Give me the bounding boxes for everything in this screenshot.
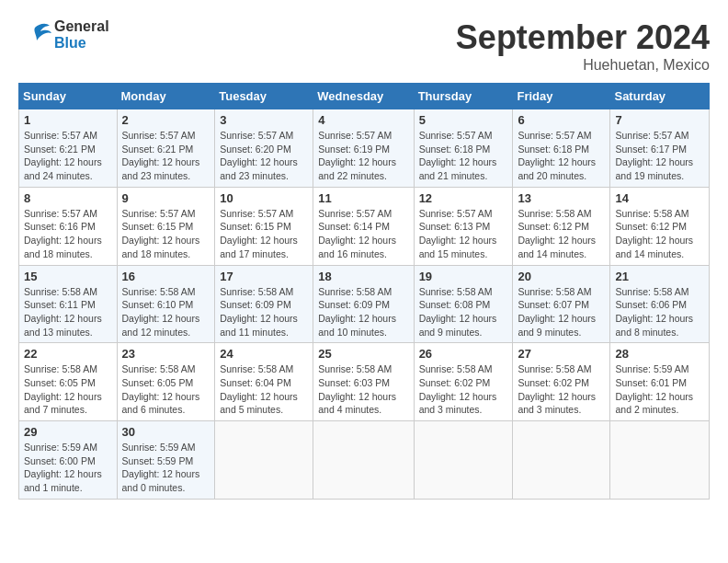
day-cell: 24 Sunrise: 5:58 AM Sunset: 6:04 PM Dayl… <box>215 343 313 421</box>
week-row-3: 15 Sunrise: 5:58 AM Sunset: 6:11 PM Dayl… <box>19 265 710 343</box>
day-number: 23 <box>122 347 210 361</box>
day-info: Sunrise: 5:58 AM Sunset: 6:06 PM Dayligh… <box>615 285 704 339</box>
col-header-friday: Friday <box>513 84 610 109</box>
day-cell: 21 Sunrise: 5:58 AM Sunset: 6:06 PM Dayl… <box>610 265 710 343</box>
day-cell: 20 Sunrise: 5:58 AM Sunset: 6:07 PM Dayl… <box>513 265 610 343</box>
day-number: 22 <box>24 347 112 361</box>
day-cell: 22 Sunrise: 5:58 AM Sunset: 6:05 PM Dayl… <box>19 343 118 421</box>
location-title: Huehuetan, Mexico <box>456 57 710 74</box>
day-cell: 26 Sunrise: 5:58 AM Sunset: 6:02 PM Dayl… <box>414 343 513 421</box>
day-cell: 10 Sunrise: 5:57 AM Sunset: 6:15 PM Dayl… <box>215 187 313 265</box>
day-number: 1 <box>24 113 112 127</box>
day-info: Sunrise: 5:57 AM Sunset: 6:17 PM Dayligh… <box>615 129 704 183</box>
day-info: Sunrise: 5:58 AM Sunset: 6:09 PM Dayligh… <box>220 285 308 339</box>
logo: General Blue <box>18 18 109 52</box>
month-title: September 2024 <box>456 18 710 57</box>
day-cell: 13 Sunrise: 5:58 AM Sunset: 6:12 PM Dayl… <box>513 187 610 265</box>
day-info: Sunrise: 5:58 AM Sunset: 6:02 PM Dayligh… <box>419 362 508 417</box>
day-number: 19 <box>419 270 508 283</box>
day-info: Sunrise: 5:58 AM Sunset: 6:10 PM Dayligh… <box>122 285 210 339</box>
logo-bird-icon <box>18 18 51 52</box>
logo-combined: General Blue <box>18 18 109 52</box>
day-info: Sunrise: 5:57 AM Sunset: 6:18 PM Dayligh… <box>419 129 508 183</box>
day-info: Sunrise: 5:57 AM Sunset: 6:18 PM Dayligh… <box>518 129 605 183</box>
day-info: Sunrise: 5:57 AM Sunset: 6:15 PM Dayligh… <box>220 207 308 261</box>
day-number: 10 <box>220 191 308 205</box>
day-number: 7 <box>615 113 704 127</box>
day-info: Sunrise: 5:57 AM Sunset: 6:14 PM Dayligh… <box>318 207 408 261</box>
day-info: Sunrise: 5:58 AM Sunset: 6:11 PM Dayligh… <box>24 285 112 339</box>
day-info: Sunrise: 5:58 AM Sunset: 6:04 PM Dayligh… <box>220 362 308 417</box>
day-cell: 4 Sunrise: 5:57 AM Sunset: 6:19 PM Dayli… <box>313 109 414 188</box>
day-cell: 27 Sunrise: 5:58 AM Sunset: 6:02 PM Dayl… <box>513 343 610 421</box>
day-cell: 2 Sunrise: 5:57 AM Sunset: 6:21 PM Dayli… <box>117 109 215 188</box>
day-number: 9 <box>122 191 210 205</box>
day-number: 14 <box>615 191 704 205</box>
col-header-sunday: Sunday <box>19 84 118 109</box>
day-number: 8 <box>24 191 112 205</box>
day-cell: 16 Sunrise: 5:58 AM Sunset: 6:10 PM Dayl… <box>117 265 215 343</box>
day-cell: 28 Sunrise: 5:59 AM Sunset: 6:01 PM Dayl… <box>610 343 710 421</box>
day-number: 11 <box>318 191 408 205</box>
day-info: Sunrise: 5:57 AM Sunset: 6:21 PM Dayligh… <box>122 129 210 183</box>
day-info: Sunrise: 5:58 AM Sunset: 6:05 PM Dayligh… <box>24 362 112 417</box>
day-number: 30 <box>122 425 210 439</box>
logo-blue-text: Blue <box>54 35 109 52</box>
day-number: 17 <box>220 270 308 283</box>
day-number: 26 <box>419 347 508 361</box>
day-info: Sunrise: 5:57 AM Sunset: 6:21 PM Dayligh… <box>24 129 112 183</box>
week-row-1: 1 Sunrise: 5:57 AM Sunset: 6:21 PM Dayli… <box>19 109 710 188</box>
day-number: 4 <box>318 113 408 127</box>
day-cell: 18 Sunrise: 5:58 AM Sunset: 6:09 PM Dayl… <box>313 265 414 343</box>
day-cell: 5 Sunrise: 5:57 AM Sunset: 6:18 PM Dayli… <box>414 109 513 188</box>
day-cell: 29 Sunrise: 5:59 AM Sunset: 6:00 PM Dayl… <box>19 421 118 500</box>
day-number: 28 <box>615 347 704 361</box>
day-number: 15 <box>24 270 112 283</box>
day-info: Sunrise: 5:58 AM Sunset: 6:12 PM Dayligh… <box>615 207 704 261</box>
title-area: September 2024 Huehuetan, Mexico <box>456 18 710 74</box>
day-cell: 14 Sunrise: 5:58 AM Sunset: 6:12 PM Dayl… <box>610 187 710 265</box>
day-number: 25 <box>318 347 408 361</box>
day-cell <box>513 421 610 500</box>
day-cell <box>610 421 710 500</box>
day-info: Sunrise: 5:57 AM Sunset: 6:16 PM Dayligh… <box>24 207 112 261</box>
col-header-tuesday: Tuesday <box>215 84 313 109</box>
day-info: Sunrise: 5:58 AM Sunset: 6:03 PM Dayligh… <box>318 362 408 417</box>
week-row-5: 29 Sunrise: 5:59 AM Sunset: 6:00 PM Dayl… <box>19 421 710 500</box>
day-info: Sunrise: 5:59 AM Sunset: 5:59 PM Dayligh… <box>122 441 210 495</box>
day-info: Sunrise: 5:58 AM Sunset: 6:05 PM Dayligh… <box>122 362 210 417</box>
day-cell: 25 Sunrise: 5:58 AM Sunset: 6:03 PM Dayl… <box>313 343 414 421</box>
day-number: 3 <box>220 113 308 127</box>
day-cell <box>215 421 313 500</box>
day-cell: 6 Sunrise: 5:57 AM Sunset: 6:18 PM Dayli… <box>513 109 610 188</box>
day-number: 5 <box>419 113 508 127</box>
day-cell: 1 Sunrise: 5:57 AM Sunset: 6:21 PM Dayli… <box>19 109 118 188</box>
day-info: Sunrise: 5:58 AM Sunset: 6:09 PM Dayligh… <box>318 285 408 339</box>
day-cell: 3 Sunrise: 5:57 AM Sunset: 6:20 PM Dayli… <box>215 109 313 188</box>
col-header-saturday: Saturday <box>610 84 710 109</box>
day-cell: 17 Sunrise: 5:58 AM Sunset: 6:09 PM Dayl… <box>215 265 313 343</box>
col-header-wednesday: Wednesday <box>313 84 414 109</box>
day-info: Sunrise: 5:57 AM Sunset: 6:20 PM Dayligh… <box>220 129 308 183</box>
day-number: 2 <box>122 113 210 127</box>
day-cell: 15 Sunrise: 5:58 AM Sunset: 6:11 PM Dayl… <box>19 265 118 343</box>
day-cell: 30 Sunrise: 5:59 AM Sunset: 5:59 PM Dayl… <box>117 421 215 500</box>
day-number: 20 <box>518 270 605 283</box>
day-cell: 9 Sunrise: 5:57 AM Sunset: 6:15 PM Dayli… <box>117 187 215 265</box>
day-cell <box>414 421 513 500</box>
day-number: 29 <box>24 425 112 439</box>
day-info: Sunrise: 5:58 AM Sunset: 6:12 PM Dayligh… <box>518 207 605 261</box>
day-number: 13 <box>518 191 605 205</box>
page-header: General Blue September 2024 Huehuetan, M… <box>18 18 710 74</box>
day-number: 21 <box>615 270 704 283</box>
calendar-table: SundayMondayTuesdayWednesdayThursdayFrid… <box>18 83 710 500</box>
day-info: Sunrise: 5:58 AM Sunset: 6:02 PM Dayligh… <box>518 362 605 417</box>
week-row-4: 22 Sunrise: 5:58 AM Sunset: 6:05 PM Dayl… <box>19 343 710 421</box>
day-cell <box>313 421 414 500</box>
day-info: Sunrise: 5:57 AM Sunset: 6:13 PM Dayligh… <box>419 207 508 261</box>
logo-general-text: General <box>54 18 109 35</box>
day-cell: 7 Sunrise: 5:57 AM Sunset: 6:17 PM Dayli… <box>610 109 710 188</box>
day-number: 16 <box>122 270 210 283</box>
week-row-2: 8 Sunrise: 5:57 AM Sunset: 6:16 PM Dayli… <box>19 187 710 265</box>
day-cell: 19 Sunrise: 5:58 AM Sunset: 6:08 PM Dayl… <box>414 265 513 343</box>
